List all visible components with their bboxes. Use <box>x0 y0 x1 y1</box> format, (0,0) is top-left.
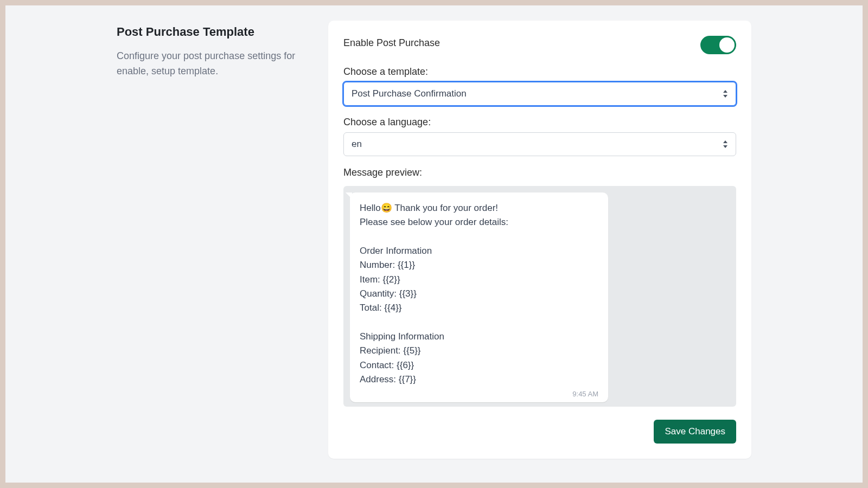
select-chevron-icon <box>723 90 728 98</box>
page-title: Post Purchase Template <box>117 25 307 39</box>
save-button[interactable]: Save Changes <box>654 420 736 444</box>
language-select[interactable]: en <box>343 132 736 156</box>
settings-card: Enable Post Purchase Choose a template: … <box>328 21 751 459</box>
template-select-value: Post Purchase Confirmation <box>352 88 467 99</box>
chat-bubble: Hello😄 Thank you for your order! Please … <box>350 192 608 402</box>
select-chevron-icon <box>723 140 728 148</box>
preview-label: Message preview: <box>343 167 736 178</box>
language-select-value: en <box>352 139 362 150</box>
template-select[interactable]: Post Purchase Confirmation <box>343 82 736 106</box>
left-column: Post Purchase Template Configure your po… <box>117 21 307 459</box>
message-preview: Hello😄 Thank you for your order! Please … <box>343 186 736 407</box>
enable-label: Enable Post Purchase <box>343 37 440 49</box>
enable-toggle[interactable] <box>700 36 736 54</box>
toggle-knob <box>719 37 735 53</box>
template-label: Choose a template: <box>343 66 736 78</box>
language-label: Choose a language: <box>343 117 736 128</box>
message-text: Hello😄 Thank you for your order! Please … <box>360 201 598 387</box>
message-time: 9:45 AM <box>360 390 598 398</box>
page-description: Configure your post purchase settings fo… <box>117 49 307 79</box>
